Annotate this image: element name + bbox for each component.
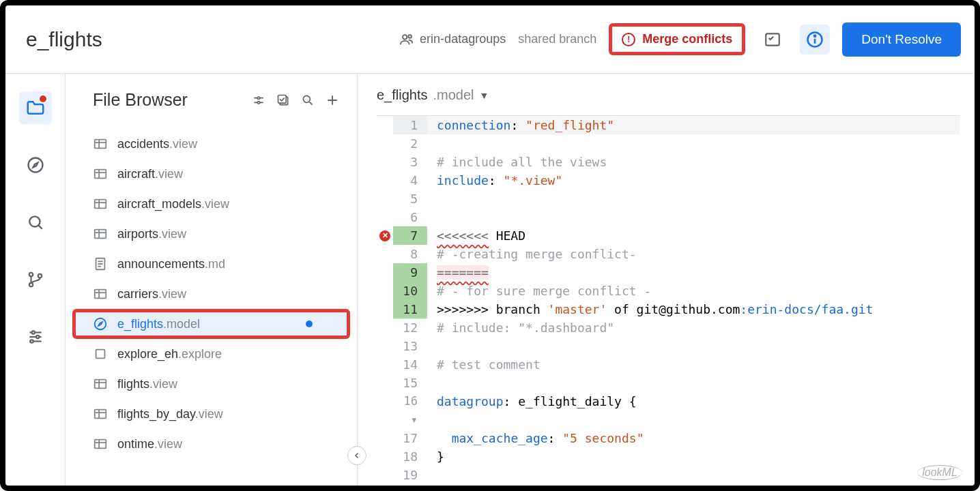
code-line[interactable]: 2 — [377, 134, 960, 153]
chevron-down-icon: ▼ — [480, 90, 489, 101]
code-line[interactable]: 4include: "*.view" — [377, 171, 960, 190]
line-number: 7 — [393, 226, 427, 245]
line-number: 4 — [393, 171, 427, 190]
file-name: ontime — [117, 437, 154, 451]
table-icon — [93, 406, 108, 421]
line-number: 12 — [393, 318, 427, 337]
code-line[interactable]: ✕7<<<<<<< HEAD — [377, 226, 960, 245]
rail-search[interactable] — [19, 206, 52, 239]
svg-rect-45 — [95, 290, 106, 299]
line-number: 9 — [393, 263, 427, 282]
file-list: accidents.viewaircraft.viewaircraft_mode… — [66, 118, 357, 459]
line-number: 16 ▾ — [393, 392, 427, 429]
code-line[interactable]: 17 max_cache_age: "5 seconds" — [377, 429, 960, 447]
merge-conflicts-badge[interactable]: ! Merge conflicts — [609, 23, 745, 55]
table-icon — [93, 226, 108, 241]
bulk-actions-button[interactable] — [275, 92, 291, 108]
code-line[interactable]: 1connection: "red_flight" — [377, 116, 960, 134]
file-ext: .model — [163, 317, 200, 331]
svg-point-0 — [403, 35, 407, 39]
code-editor-panel: e_flights.model ▼ 1connection: "red_flig… — [358, 74, 975, 486]
line-number: 13 — [393, 337, 427, 355]
line-number: 1 — [393, 116, 427, 134]
svg-rect-38 — [95, 230, 106, 239]
table-icon — [93, 286, 108, 301]
dirty-indicator-icon — [306, 321, 313, 327]
dont-resolve-button[interactable]: Don't Resolve — [842, 23, 961, 57]
code-line[interactable]: 9======= — [377, 263, 960, 282]
user-indicator[interactable]: erin-datagroups — [399, 32, 506, 47]
svg-point-5 — [814, 35, 816, 36]
rail-git[interactable] — [19, 263, 52, 296]
file-item-e_flights[interactable]: e_flights.model — [72, 309, 350, 339]
icon-rail — [5, 74, 66, 486]
add-file-button[interactable] — [324, 92, 341, 108]
code-content: >>>>>>> branch 'master' of git@github.co… — [427, 300, 960, 318]
file-item-aircraft_models[interactable]: aircraft_models.view — [66, 189, 357, 219]
square-icon — [93, 346, 108, 361]
rail-files[interactable] — [19, 91, 52, 124]
table-icon — [93, 166, 108, 181]
collapse-folders-button[interactable] — [250, 92, 267, 108]
file-name: flights_by_day — [117, 407, 195, 421]
svg-point-10 — [29, 273, 32, 276]
file-item-flights_by_day[interactable]: flights_by_day.view — [66, 399, 357, 429]
search-icon — [301, 93, 315, 107]
file-item-announcements[interactable]: announcements.md — [66, 249, 357, 279]
code-line[interactable]: 10# - for sure merge conflict - — [377, 282, 960, 300]
svg-point-14 — [31, 331, 34, 333]
svg-rect-54 — [95, 410, 106, 419]
code-line[interactable]: 14# test comment — [377, 355, 960, 374]
code-line[interactable]: 5 — [377, 190, 960, 208]
table-icon — [93, 136, 108, 151]
file-item-accidents[interactable]: accidents.view — [66, 129, 357, 159]
file-item-airports[interactable]: airports.view — [66, 219, 357, 249]
collapse-icon — [252, 93, 265, 107]
code-line[interactable]: 15 — [377, 374, 960, 392]
check-square-icon — [276, 93, 290, 107]
code-line[interactable]: 11>>>>>>> branch 'master' of git@github.… — [377, 300, 960, 318]
code-line[interactable]: 3# include all the views — [377, 153, 960, 171]
code-line[interactable]: 13 — [377, 337, 960, 355]
table-icon — [93, 196, 108, 211]
rail-settings[interactable] — [19, 321, 52, 353]
file-item-aircraft[interactable]: aircraft.view — [66, 159, 357, 189]
people-icon — [399, 32, 414, 47]
code-content: datagroup: e_flight_daily { — [427, 392, 960, 429]
code-line[interactable]: 18} — [377, 447, 960, 466]
editor-filename-dropdown[interactable]: e_flights.model ▼ — [377, 87, 960, 116]
file-browser-panel: File Browser accidents.viewaircraft.view… — [66, 74, 358, 486]
validate-button[interactable] — [758, 25, 788, 55]
doc-icon — [93, 256, 108, 271]
search-icon — [27, 213, 44, 231]
file-name: airports — [117, 227, 158, 241]
line-number: 3 — [393, 153, 427, 171]
code-content: max_cache_age: "5 seconds" — [427, 429, 960, 447]
info-button[interactable] — [800, 25, 830, 55]
file-item-carriers[interactable]: carriers.view — [66, 279, 357, 309]
code-line[interactable]: 16 ▾datagroup: e_flight_daily { — [377, 392, 960, 429]
line-number: 18 — [393, 447, 427, 466]
file-item-ontime[interactable]: ontime.view — [66, 429, 357, 459]
search-files-button[interactable] — [300, 92, 316, 108]
code-content: <<<<<<< HEAD — [427, 226, 960, 245]
svg-rect-2 — [766, 33, 780, 45]
svg-rect-35 — [95, 200, 106, 209]
file-name: explore_eh — [117, 347, 178, 361]
file-ext: .view — [169, 137, 197, 151]
file-browser-title: File Browser — [93, 90, 250, 110]
file-item-explore_eh[interactable]: explore_eh.explore — [66, 339, 357, 369]
code-content: # test comment — [427, 355, 960, 374]
svg-point-16 — [36, 336, 39, 338]
alert-badge-icon — [38, 94, 48, 104]
code-content — [427, 208, 960, 226]
rail-explore[interactable] — [19, 149, 52, 181]
code-line[interactable]: 6 — [377, 208, 960, 226]
file-item-flights[interactable]: flights.view — [66, 369, 357, 399]
file-ext: .md — [205, 257, 225, 271]
code-line[interactable]: 19 — [377, 466, 960, 484]
code-line[interactable]: 8# -creating merge conflict- — [377, 245, 960, 263]
code-line[interactable]: 12# include: "*.dashboard" — [377, 318, 960, 337]
compass-icon — [93, 316, 108, 331]
code-area[interactable]: 1connection: "red_flight"2 3# include al… — [377, 116, 960, 484]
